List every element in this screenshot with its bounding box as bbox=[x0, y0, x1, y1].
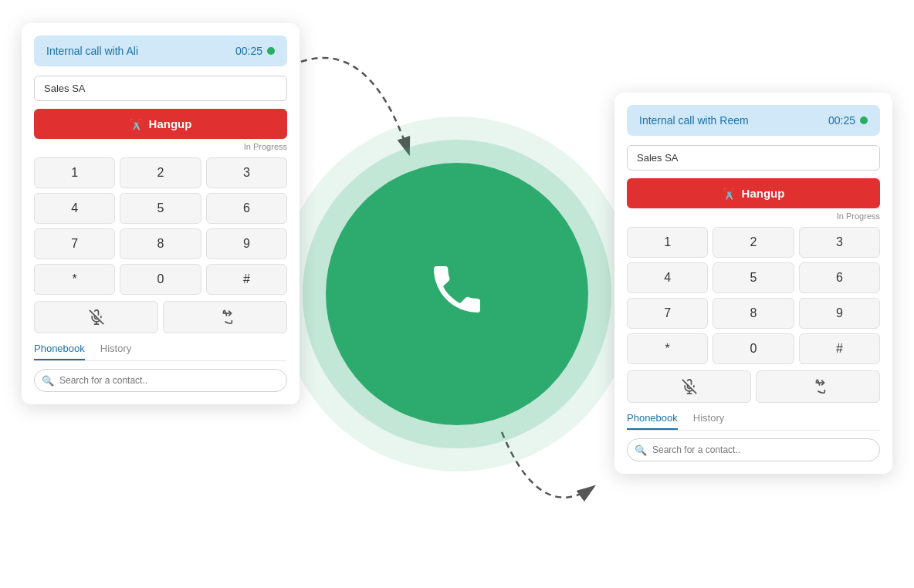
right-mute-button[interactable] bbox=[627, 370, 751, 403]
right-call-header: Internal call with Reem 00:25 bbox=[627, 105, 880, 136]
right-tab-phonebook[interactable]: Phonebook bbox=[627, 412, 678, 430]
left-key-1[interactable]: 1 bbox=[34, 157, 115, 188]
left-key-2[interactable]: 2 bbox=[120, 157, 201, 188]
right-hangup-button[interactable]: ✂️ Hangup bbox=[627, 178, 880, 208]
left-call-header: Internal call with Ali 00:25 bbox=[34, 35, 287, 66]
left-action-row bbox=[34, 301, 287, 333]
center-circle bbox=[326, 163, 588, 425]
left-tab-phonebook[interactable]: Phonebook bbox=[34, 343, 85, 360]
left-hangup-icon: ✂️ bbox=[130, 118, 143, 130]
right-key-8[interactable]: 8 bbox=[713, 298, 794, 329]
right-call-timer-wrap: 00:25 bbox=[828, 114, 868, 127]
left-sales-input[interactable] bbox=[34, 76, 287, 101]
right-key-4[interactable]: 4 bbox=[627, 262, 708, 293]
right-transfer-button[interactable] bbox=[756, 370, 880, 403]
right-phone-panel: Internal call with Reem 00:25 ✂️ Hangup … bbox=[614, 93, 892, 474]
left-key-7[interactable]: 7 bbox=[34, 228, 115, 259]
left-key-star[interactable]: * bbox=[34, 264, 115, 295]
left-phone-panel: Internal call with Ali 00:25 ✂️ Hangup I… bbox=[22, 23, 300, 404]
right-search-input[interactable] bbox=[627, 438, 880, 461]
left-key-6[interactable]: 6 bbox=[206, 193, 287, 224]
left-call-timer-wrap: 00:25 bbox=[235, 45, 275, 57]
center-phone-icon bbox=[426, 259, 488, 330]
right-search-icon: 🔍 bbox=[635, 444, 647, 456]
right-key-7[interactable]: 7 bbox=[627, 298, 708, 329]
right-status-dot bbox=[860, 117, 868, 124]
left-dialpad: 1 2 3 4 5 6 7 8 9 * 0 # bbox=[34, 157, 287, 295]
left-tab-history[interactable]: History bbox=[100, 343, 131, 360]
left-transfer-button[interactable] bbox=[163, 301, 287, 333]
left-search-icon: 🔍 bbox=[42, 375, 54, 387]
right-call-timer: 00:25 bbox=[828, 114, 855, 127]
right-sales-input[interactable] bbox=[627, 145, 880, 171]
right-dialpad: 1 2 3 4 5 6 7 8 9 * 0 # bbox=[627, 227, 880, 364]
right-hangup-label: Hangup bbox=[742, 187, 785, 200]
right-tab-history[interactable]: History bbox=[693, 412, 724, 430]
left-key-4[interactable]: 4 bbox=[34, 193, 115, 224]
right-key-2[interactable]: 2 bbox=[713, 227, 794, 258]
right-hangup-icon: ✂️ bbox=[723, 188, 736, 200]
left-status-dot bbox=[267, 47, 275, 55]
right-search-wrap: 🔍 bbox=[627, 438, 880, 461]
right-key-5[interactable]: 5 bbox=[713, 262, 794, 293]
left-key-9[interactable]: 9 bbox=[206, 228, 287, 259]
left-mute-button[interactable] bbox=[34, 301, 158, 333]
left-key-5[interactable]: 5 bbox=[120, 193, 201, 224]
right-key-1[interactable]: 1 bbox=[627, 227, 708, 258]
left-hangup-button[interactable]: ✂️ Hangup bbox=[34, 109, 287, 139]
left-key-3[interactable]: 3 bbox=[206, 157, 287, 188]
left-call-timer: 00:25 bbox=[235, 45, 262, 57]
right-call-label: Internal call with Reem bbox=[639, 114, 749, 127]
left-hangup-label: Hangup bbox=[149, 117, 192, 130]
left-transfer-icon bbox=[218, 309, 233, 325]
left-key-0[interactable]: 0 bbox=[120, 264, 201, 295]
right-key-9[interactable]: 9 bbox=[799, 298, 880, 329]
left-in-progress: In Progress bbox=[34, 142, 287, 151]
left-key-hash[interactable]: # bbox=[206, 264, 287, 295]
right-key-3[interactable]: 3 bbox=[799, 227, 880, 258]
right-key-6[interactable]: 6 bbox=[799, 262, 880, 293]
right-mute-icon bbox=[682, 379, 697, 394]
left-search-wrap: 🔍 bbox=[34, 369, 287, 392]
right-key-hash[interactable]: # bbox=[799, 333, 880, 364]
right-key-star[interactable]: * bbox=[627, 333, 708, 364]
right-action-row bbox=[627, 370, 880, 403]
left-mute-icon bbox=[89, 309, 104, 325]
scene: Internal call with Ali 00:25 ✂️ Hangup I… bbox=[0, 0, 914, 588]
left-call-label: Internal call with Ali bbox=[46, 45, 138, 57]
right-transfer-icon bbox=[811, 379, 826, 394]
left-key-8[interactable]: 8 bbox=[120, 228, 201, 259]
left-tabs: Phonebook History bbox=[34, 343, 287, 361]
right-key-0[interactable]: 0 bbox=[713, 333, 794, 364]
right-in-progress: In Progress bbox=[627, 211, 880, 221]
right-tabs: Phonebook History bbox=[627, 412, 880, 431]
left-search-input[interactable] bbox=[34, 369, 287, 392]
